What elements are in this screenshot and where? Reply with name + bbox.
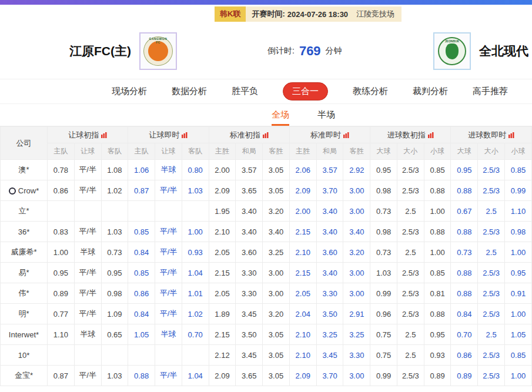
odds-cell[interactable]: 0.89	[451, 366, 478, 386]
odds-cell[interactable]: 1.02	[101, 180, 128, 201]
odds-cell[interactable]: 1.06	[128, 160, 155, 180]
odds-cell[interactable]: 2.5/3	[478, 263, 505, 283]
odds-cell[interactable]: 0.78	[48, 160, 75, 180]
odds-cell[interactable]: 2.05	[289, 283, 316, 304]
odds-cell[interactable]: 0.85	[128, 263, 155, 283]
nav-item-win-draw-loss[interactable]: 胜平负	[232, 86, 258, 97]
odds-cell[interactable]: 0.84	[128, 242, 155, 263]
odds-cell[interactable]: 0.65	[101, 324, 128, 345]
nav-item-coach-analysis[interactable]: 教练分析	[353, 86, 388, 97]
odds-cell[interactable]: 3.70	[316, 180, 343, 201]
odds-cell[interactable]: 0.84	[128, 304, 155, 324]
odds-cell[interactable]: 2.09	[289, 366, 316, 386]
odds-cell[interactable]: 2.5	[478, 324, 505, 345]
odds-cell[interactable]: 2.5	[478, 242, 505, 263]
odds-cell[interactable]: 平/半	[155, 242, 182, 263]
odds-cell[interactable]: 3.20	[343, 242, 370, 263]
company-cell[interactable]: Crow*	[1, 180, 48, 201]
odds-cell[interactable]: 0.93	[182, 242, 209, 263]
odds-cell[interactable]: 0.95	[101, 263, 128, 283]
odds-cell[interactable]: 2.10	[289, 242, 316, 263]
odds-cell[interactable]: 2.09	[209, 366, 236, 386]
odds-cell[interactable]: 3.50	[316, 304, 343, 324]
odds-cell[interactable]: 2.15	[209, 263, 236, 283]
odds-cell[interactable]: 0.73	[370, 242, 397, 263]
odds-cell[interactable]: 2.5/3	[397, 180, 424, 201]
odds-cell[interactable]: 0.83	[48, 222, 75, 242]
odds-cell[interactable]: 3.70	[316, 366, 343, 386]
odds-cell[interactable]: 0.98	[101, 283, 128, 304]
odds-cell[interactable]: 3.40	[343, 222, 370, 242]
odds-cell[interactable]: 0.96	[370, 304, 397, 324]
odds-cell[interactable]: 0.85	[424, 263, 451, 283]
odds-cell[interactable]: 0.87	[128, 180, 155, 201]
odds-cell[interactable]: 平/半	[155, 283, 182, 304]
odds-cell[interactable]: 2.05	[209, 283, 236, 304]
odds-cell[interactable]: 3.40	[236, 222, 263, 242]
company-cell[interactable]: Interwet*	[1, 324, 48, 345]
odds-cell[interactable]: 3.60	[316, 242, 343, 263]
odds-cell[interactable]: 0.73	[451, 242, 478, 263]
odds-cell[interactable]: 3.25	[343, 324, 370, 345]
odds-cell[interactable]: 1.95	[209, 201, 236, 222]
odds-cell[interactable]: 3.00	[263, 263, 290, 283]
odds-cell[interactable]: 1.02	[182, 304, 209, 324]
odds-cell[interactable]: 1.00	[48, 242, 75, 263]
nav-item-referee-analysis[interactable]: 裁判分析	[413, 86, 448, 97]
odds-cell[interactable]: 1.03	[101, 366, 128, 386]
odds-cell[interactable]: 半球	[155, 160, 182, 180]
odds-cell[interactable]: 2.5/3	[478, 304, 505, 324]
company-cell[interactable]: 澳*	[1, 160, 48, 180]
odds-cell[interactable]: 1.01	[182, 283, 209, 304]
odds-cell[interactable]: 2.5/3	[397, 222, 424, 242]
odds-cell[interactable]: 2.15	[289, 263, 316, 283]
odds-cell[interactable]: 3.65	[236, 366, 263, 386]
odds-cell[interactable]: 0.81	[424, 283, 451, 304]
odds-cell[interactable]: 3.05	[263, 366, 290, 386]
odds-cell[interactable]: 2.10	[289, 324, 316, 345]
odds-cell[interactable]: 0.99	[505, 180, 532, 201]
odds-cell[interactable]: 2.00	[289, 201, 316, 222]
odds-cell[interactable]: 1.09	[101, 304, 128, 324]
odds-cell[interactable]: 2.5/3	[478, 366, 505, 386]
odds-cell[interactable]: 2.00	[209, 160, 236, 180]
odds-cell[interactable]: 2.12	[209, 345, 236, 366]
odds-cell[interactable]: 平/半	[74, 366, 101, 386]
odds-cell[interactable]: 2.5/3	[397, 366, 424, 386]
odds-cell[interactable]: 平/半	[155, 180, 182, 201]
odds-cell[interactable]: 0.98	[505, 222, 532, 242]
odds-cell[interactable]: 2.5/3	[397, 283, 424, 304]
trend-chart-icon[interactable]	[428, 131, 434, 140]
odds-cell[interactable]: 0.75	[370, 324, 397, 345]
odds-cell[interactable]: 2.10	[209, 222, 236, 242]
odds-cell[interactable]: 3.30	[343, 345, 370, 366]
odds-cell[interactable]: 2.06	[289, 160, 316, 180]
odds-cell[interactable]: 1.08	[101, 160, 128, 180]
odds-cell[interactable]: 平/半	[74, 263, 101, 283]
odds-cell[interactable]: 3.40	[316, 201, 343, 222]
odds-cell[interactable]: 0.77	[48, 304, 75, 324]
trend-chart-icon[interactable]	[101, 131, 107, 140]
odds-cell[interactable]: 1.03	[101, 222, 128, 242]
odds-cell[interactable]: 0.87	[48, 366, 75, 386]
odds-cell[interactable]: 0.99	[370, 283, 397, 304]
company-cell[interactable]: 伟*	[1, 283, 48, 304]
odds-cell[interactable]: 3.45	[236, 304, 263, 324]
odds-cell[interactable]: 3.20	[263, 304, 290, 324]
odds-cell[interactable]: 3.57	[316, 160, 343, 180]
company-cell[interactable]: 易*	[1, 263, 48, 283]
odds-cell[interactable]: 1.04	[182, 263, 209, 283]
odds-cell[interactable]: 2.5/3	[397, 263, 424, 283]
odds-cell[interactable]: 0.88	[451, 222, 478, 242]
odds-cell[interactable]: 2.91	[343, 304, 370, 324]
odds-cell[interactable]: 3.05	[263, 345, 290, 366]
odds-cell[interactable]: 1.03	[182, 180, 209, 201]
odds-cell[interactable]: 1.10	[505, 201, 532, 222]
odds-cell[interactable]: 0.70	[451, 324, 478, 345]
company-cell[interactable]: 立*	[1, 201, 48, 222]
odds-cell[interactable]: 1.00	[505, 242, 532, 263]
league-badge[interactable]: 韩K联	[215, 6, 246, 22]
odds-cell[interactable]: 平/半	[155, 222, 182, 242]
odds-cell[interactable]: 2.09	[289, 180, 316, 201]
odds-cell[interactable]: 1.00	[424, 242, 451, 263]
